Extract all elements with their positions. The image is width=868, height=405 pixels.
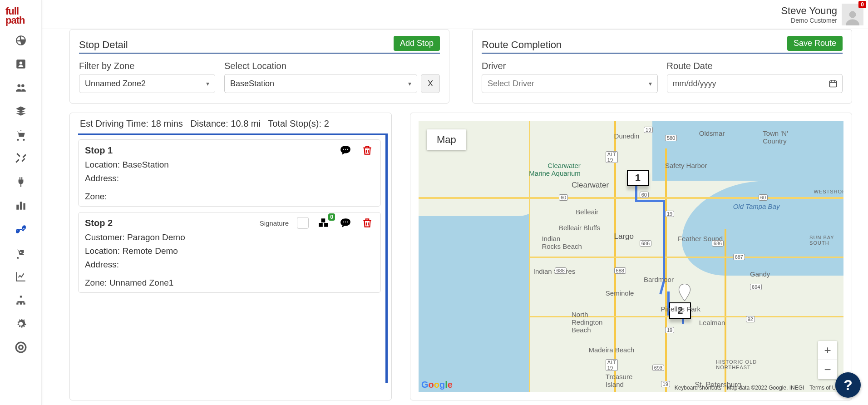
- notification-badge: 0: [858, 1, 866, 8]
- map-label: Madeira Beach: [588, 346, 634, 354]
- filter-zone-field: Filter by Zone Unnamed Zone2 ▾: [79, 61, 215, 93]
- nav-users-icon[interactable]: [13, 81, 29, 94]
- top-panels: Stop Detail Add Stop Filter by Zone Unna…: [69, 29, 852, 104]
- nav-warehouse-icon[interactable]: [13, 199, 29, 212]
- svg-point-1: [23, 225, 26, 228]
- map-label: Belleair Bluffs: [559, 224, 600, 232]
- content-row: Est Driving Time: 18 mins Distance: 10.8…: [69, 113, 852, 400]
- google-logo: Google: [421, 380, 453, 390]
- sidebar: full path: [0, 0, 42, 405]
- logo[interactable]: full path: [0, 0, 42, 30]
- stop-title: Stop 2: [85, 218, 113, 228]
- stops-panel: Est Driving Time: 18 mins Distance: 10.8…: [69, 113, 392, 400]
- signature-label: Signature: [260, 219, 289, 227]
- stop-card[interactable]: Stop 2 Signature 0 Customer: Pa: [78, 212, 381, 293]
- map-marker-1[interactable]: 1: [627, 170, 649, 186]
- nav: [0, 30, 41, 354]
- map-panel: 1 2 Dunedin Oldsmar Town 'N' Country Saf…: [410, 113, 852, 400]
- map-data-text: Map data ©2022 Google, INEGI: [727, 385, 804, 391]
- stop-detail-fields: Filter by Zone Unnamed Zone2 ▾ Select Lo…: [79, 61, 440, 93]
- map-label: Old Tampa Bay: [733, 202, 780, 210]
- location-value: BaseStation: [230, 79, 274, 89]
- stop-card[interactable]: Stop 1 Location: BaseStation Address: Zo…: [78, 139, 381, 207]
- delete-icon[interactable]: [360, 217, 374, 229]
- route-completion-title: Route Completion: [482, 39, 562, 51]
- stat-time-value: 18 mins: [151, 119, 183, 128]
- location-label: Select Location: [224, 61, 440, 71]
- map-label: SUN BAY SOUTH: [809, 235, 834, 246]
- map-label: Clearwater Marine Aquarium: [529, 162, 580, 177]
- header: Steve Young Demo Customer 0: [42, 0, 868, 29]
- nav-help-icon[interactable]: [13, 341, 29, 354]
- map-label: Dunedin: [614, 132, 640, 140]
- stop-title: Stop 1: [85, 145, 113, 156]
- clear-location-button[interactable]: X: [421, 74, 440, 93]
- stop-detail-header: Stop Detail Add Stop: [79, 36, 440, 54]
- map-label: Gandy: [750, 270, 770, 278]
- add-stop-button[interactable]: Add Stop: [394, 36, 440, 51]
- map[interactable]: 1 2 Dunedin Oldsmar Town 'N' Country Saf…: [419, 121, 843, 392]
- nav-contacts-icon[interactable]: [13, 58, 29, 70]
- svg-point-2: [16, 342, 26, 352]
- driver-select[interactable]: Select Driver ▾: [482, 74, 658, 93]
- help-button[interactable]: ?: [835, 372, 861, 398]
- map-label: Treasure Island: [606, 373, 632, 388]
- route-completion-header: Route Completion Save Route: [482, 36, 843, 54]
- filter-zone-select[interactable]: Unnamed Zone2 ▾: [79, 74, 215, 93]
- route-date-input[interactable]: mm/dd/yyyy: [667, 74, 843, 93]
- user-name: Steve Young: [781, 5, 837, 17]
- driver-field: Driver Select Driver ▾: [482, 61, 658, 93]
- nav-settings-icon[interactable]: [13, 317, 29, 330]
- comment-icon[interactable]: [339, 217, 352, 229]
- nav-dashboard-icon[interactable]: [13, 34, 29, 47]
- package-count-badge: 0: [328, 213, 335, 221]
- map-label: Indian Rocks Beach: [542, 235, 582, 250]
- filter-zone-label: Filter by Zone: [79, 61, 215, 71]
- svg-point-3: [19, 346, 23, 350]
- avatar[interactable]: 0: [842, 4, 863, 25]
- user-block[interactable]: Steve Young Demo Customer 0: [781, 4, 863, 25]
- zoom-in-button[interactable]: +: [818, 341, 837, 360]
- nav-plug-icon[interactable]: [13, 176, 29, 188]
- filter-zone-value: Unnamed Zone2: [85, 79, 146, 89]
- svg-rect-6: [319, 223, 323, 227]
- map-label: Safety Harbor: [665, 162, 707, 169]
- signature-checkbox[interactable]: [297, 217, 309, 229]
- packages-icon[interactable]: 0: [317, 217, 330, 229]
- svg-rect-5: [830, 81, 837, 87]
- map-label: Bardmoor: [644, 276, 674, 283]
- route-stats: Est Driving Time: 18 mins Distance: 10.8…: [78, 119, 388, 129]
- stop-customer: Customer: Paragon Demo: [85, 232, 374, 242]
- nav-dolly-icon[interactable]: [13, 247, 29, 259]
- driver-label: Driver: [482, 61, 658, 71]
- nav-cart-icon[interactable]: [13, 128, 29, 141]
- map-label: Seminole: [606, 289, 634, 297]
- stat-distance-value: 10.8 mi: [231, 119, 261, 128]
- map-label: WESTSHORE: [814, 189, 843, 194]
- stop-address: Address:: [85, 260, 374, 270]
- stat-stops-label: Total Stop(s):: [268, 119, 321, 128]
- driver-placeholder: Select Driver: [488, 79, 534, 89]
- zoom-out-button[interactable]: −: [818, 360, 837, 379]
- nav-tools-icon[interactable]: [13, 152, 29, 165]
- stop-zone: Zone: Unnamed Zone1: [85, 278, 374, 288]
- route-completion-fields: Driver Select Driver ▾ Route Date mm/dd/…: [482, 61, 843, 93]
- nav-structure-icon[interactable]: [13, 294, 29, 306]
- help-icon: ?: [843, 377, 853, 394]
- delete-icon[interactable]: [360, 144, 374, 156]
- save-route-button[interactable]: Save Route: [787, 36, 843, 51]
- map-shortcuts-link[interactable]: Keyboard shortcuts: [675, 385, 721, 391]
- nav-routes-icon[interactable]: [13, 223, 29, 236]
- nav-analytics-icon[interactable]: [13, 270, 29, 283]
- comment-icon[interactable]: [339, 144, 352, 156]
- route-date-field: Route Date mm/dd/yyyy: [667, 61, 843, 93]
- svg-rect-8: [321, 218, 326, 222]
- location-field: Select Location BaseStation ▾ X: [224, 61, 440, 93]
- user-subtitle: Demo Customer: [781, 17, 837, 24]
- nav-layers-icon[interactable]: [13, 105, 29, 118]
- user-text: Steve Young Demo Customer: [781, 5, 837, 24]
- map-label: Pinellas Park: [661, 305, 701, 313]
- map-type-button[interactable]: Map: [427, 129, 466, 150]
- stops-list[interactable]: Stop 1 Location: BaseStation Address: Zo…: [78, 133, 388, 383]
- location-select[interactable]: BaseStation ▾: [224, 74, 417, 93]
